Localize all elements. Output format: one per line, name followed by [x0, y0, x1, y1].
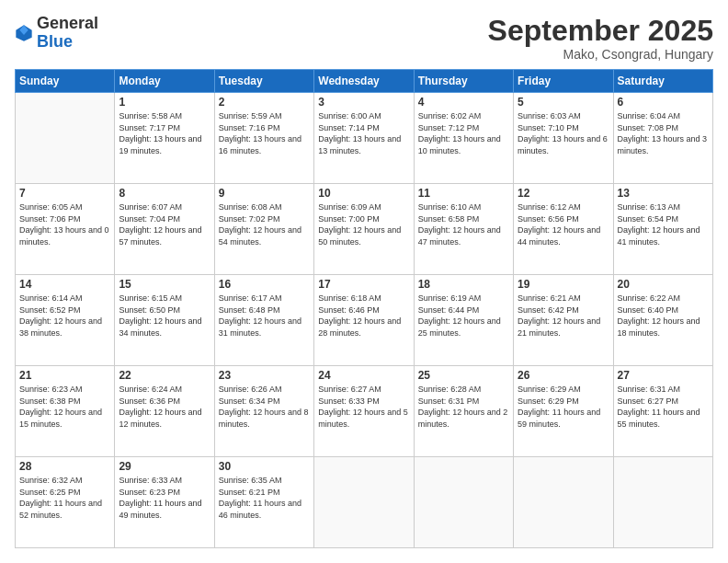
day-info: Sunrise: 6:07 AM Sunset: 7:04 PM Dayligh…: [119, 201, 210, 247]
day-number: 22: [119, 369, 210, 382]
calendar-cell: 23 Sunrise: 6:26 AM Sunset: 6:34 PM Dayl…: [214, 366, 313, 457]
daylight-text: Daylight: 12 hours and 21 minutes.: [518, 316, 600, 338]
day-info: Sunrise: 6:13 AM Sunset: 6:54 PM Dayligh…: [618, 201, 709, 247]
day-info: Sunrise: 6:15 AM Sunset: 6:50 PM Dayligh…: [119, 293, 210, 339]
day-info: Sunrise: 6:18 AM Sunset: 6:46 PM Dayligh…: [318, 293, 409, 339]
logo-line1: General: [37, 15, 98, 33]
calendar-week-row: 7 Sunrise: 6:05 AM Sunset: 7:06 PM Dayli…: [16, 184, 713, 275]
day-info: Sunrise: 6:10 AM Sunset: 6:58 PM Dayligh…: [418, 201, 509, 247]
sunrise-text: Sunrise: 6:23 AM: [19, 385, 83, 394]
calendar-cell: 9 Sunrise: 6:08 AM Sunset: 7:02 PM Dayli…: [214, 184, 313, 275]
daylight-text: Daylight: 12 hours and 25 minutes.: [418, 316, 501, 338]
daylight-text: Daylight: 13 hours and 10 minutes.: [418, 134, 501, 155]
daylight-text: Daylight: 12 hours and 50 minutes.: [318, 225, 401, 247]
day-number: 26: [518, 369, 609, 382]
sunrise-text: Sunrise: 6:26 AM: [219, 385, 282, 394]
day-info: Sunrise: 6:32 AM Sunset: 6:25 PM Dayligh…: [19, 475, 110, 521]
sunset-text: Sunset: 6:42 PM: [518, 305, 579, 315]
day-info: Sunrise: 6:22 AM Sunset: 6:40 PM Dayligh…: [618, 293, 709, 339]
calendar-cell: 10 Sunrise: 6:09 AM Sunset: 7:00 PM Dayl…: [314, 184, 414, 275]
calendar-cell: 4 Sunrise: 6:02 AM Sunset: 7:12 PM Dayli…: [414, 93, 513, 184]
daylight-text: Daylight: 13 hours and 0 minutes.: [19, 225, 109, 247]
daylight-text: Daylight: 12 hours and 41 minutes.: [618, 225, 700, 247]
daylight-text: Daylight: 12 hours and 28 minutes.: [318, 316, 401, 338]
sunrise-text: Sunrise: 6:05 AM: [19, 202, 83, 212]
sunrise-text: Sunrise: 6:15 AM: [119, 293, 182, 303]
day-number: 16: [219, 278, 310, 291]
day-number: 29: [119, 460, 210, 473]
sunrise-text: Sunrise: 6:35 AM: [219, 476, 282, 485]
day-number: 6: [618, 96, 709, 109]
day-info: Sunrise: 5:58 AM Sunset: 7:17 PM Dayligh…: [119, 110, 210, 156]
sunset-text: Sunset: 6:40 PM: [618, 305, 679, 315]
day-number: 25: [418, 369, 509, 382]
daylight-text: Daylight: 11 hours and 52 minutes.: [19, 499, 102, 520]
daylight-text: Daylight: 12 hours and 54 minutes.: [219, 225, 301, 247]
calendar-cell: 27 Sunrise: 6:31 AM Sunset: 6:27 PM Dayl…: [613, 366, 712, 457]
location-subtitle: Mako, Csongrad, Hungary: [488, 47, 713, 62]
sunset-text: Sunset: 6:48 PM: [219, 305, 280, 315]
sunset-text: Sunset: 6:36 PM: [119, 396, 180, 406]
calendar-week-row: 1 Sunrise: 5:58 AM Sunset: 7:17 PM Dayli…: [16, 93, 713, 184]
day-number: 12: [518, 187, 609, 200]
day-number: 7: [19, 187, 110, 200]
day-info: Sunrise: 6:17 AM Sunset: 6:48 PM Dayligh…: [219, 293, 310, 339]
day-info: Sunrise: 6:21 AM Sunset: 6:42 PM Dayligh…: [518, 293, 609, 339]
day-info: Sunrise: 6:29 AM Sunset: 6:29 PM Dayligh…: [518, 384, 609, 430]
calendar-cell: 17 Sunrise: 6:18 AM Sunset: 6:46 PM Dayl…: [314, 275, 414, 366]
sunrise-text: Sunrise: 6:24 AM: [119, 385, 182, 394]
calendar-cell: 26 Sunrise: 6:29 AM Sunset: 6:29 PM Dayl…: [514, 366, 613, 457]
day-info: Sunrise: 6:09 AM Sunset: 7:00 PM Dayligh…: [318, 201, 409, 247]
sunrise-text: Sunrise: 6:18 AM: [318, 293, 381, 303]
sunset-text: Sunset: 6:50 PM: [119, 305, 180, 315]
col-thursday: Thursday: [414, 70, 513, 93]
page: General Blue September 2025 Mako, Csongr…: [0, 0, 728, 563]
calendar-table: Sunday Monday Tuesday Wednesday Thursday…: [15, 69, 713, 548]
calendar-cell: 1 Sunrise: 5:58 AM Sunset: 7:17 PM Dayli…: [115, 93, 214, 184]
daylight-text: Daylight: 12 hours and 2 minutes.: [418, 408, 508, 429]
day-number: 3: [318, 96, 409, 109]
logo-text: General Blue: [37, 15, 98, 52]
col-sunday: Sunday: [16, 70, 115, 93]
sunrise-text: Sunrise: 6:32 AM: [19, 476, 83, 485]
calendar-cell: 13 Sunrise: 6:13 AM Sunset: 6:54 PM Dayl…: [613, 184, 712, 275]
day-info: Sunrise: 6:02 AM Sunset: 7:12 PM Dayligh…: [418, 110, 509, 156]
calendar-cell: 7 Sunrise: 6:05 AM Sunset: 7:06 PM Dayli…: [16, 184, 115, 275]
sunset-text: Sunset: 6:52 PM: [19, 305, 81, 315]
calendar-cell: 30 Sunrise: 6:35 AM Sunset: 6:21 PM Dayl…: [214, 457, 313, 548]
sunset-text: Sunset: 7:04 PM: [119, 214, 180, 224]
day-number: 17: [318, 278, 409, 291]
daylight-text: Daylight: 13 hours and 13 minutes.: [318, 134, 401, 155]
day-number: 18: [418, 278, 509, 291]
sunrise-text: Sunrise: 6:09 AM: [318, 202, 381, 212]
calendar-cell: 19 Sunrise: 6:21 AM Sunset: 6:42 PM Dayl…: [514, 275, 613, 366]
day-info: Sunrise: 6:23 AM Sunset: 6:38 PM Dayligh…: [19, 384, 110, 430]
sunset-text: Sunset: 7:08 PM: [618, 123, 679, 132]
day-number: 19: [518, 278, 609, 291]
sunset-text: Sunset: 6:29 PM: [518, 396, 579, 406]
sunset-text: Sunset: 7:17 PM: [119, 123, 180, 132]
sunset-text: Sunset: 7:06 PM: [19, 214, 81, 224]
calendar-cell: [414, 457, 513, 548]
calendar-cell: [314, 457, 414, 548]
calendar-cell: 16 Sunrise: 6:17 AM Sunset: 6:48 PM Dayl…: [214, 275, 313, 366]
day-number: 21: [19, 369, 110, 382]
daylight-text: Daylight: 12 hours and 31 minutes.: [219, 316, 301, 338]
calendar-cell: 25 Sunrise: 6:28 AM Sunset: 6:31 PM Dayl…: [414, 366, 513, 457]
title-block: September 2025 Mako, Csongrad, Hungary: [488, 15, 713, 62]
day-info: Sunrise: 6:27 AM Sunset: 6:33 PM Dayligh…: [318, 384, 409, 430]
sunset-text: Sunset: 6:56 PM: [518, 214, 579, 224]
daylight-text: Daylight: 13 hours and 19 minutes.: [119, 134, 201, 155]
day-number: 23: [219, 369, 310, 382]
daylight-text: Daylight: 11 hours and 59 minutes.: [518, 408, 600, 429]
daylight-text: Daylight: 12 hours and 57 minutes.: [119, 225, 201, 247]
day-info: Sunrise: 5:59 AM Sunset: 7:16 PM Dayligh…: [219, 110, 310, 156]
sunset-text: Sunset: 7:00 PM: [318, 214, 380, 224]
day-info: Sunrise: 6:35 AM Sunset: 6:21 PM Dayligh…: [219, 475, 310, 521]
sunset-text: Sunset: 6:27 PM: [618, 396, 679, 406]
day-number: 11: [418, 187, 509, 200]
day-info: Sunrise: 6:14 AM Sunset: 6:52 PM Dayligh…: [19, 293, 110, 339]
day-info: Sunrise: 6:05 AM Sunset: 7:06 PM Dayligh…: [19, 201, 110, 247]
calendar-cell: [16, 93, 115, 184]
sunrise-text: Sunrise: 6:07 AM: [119, 202, 182, 212]
